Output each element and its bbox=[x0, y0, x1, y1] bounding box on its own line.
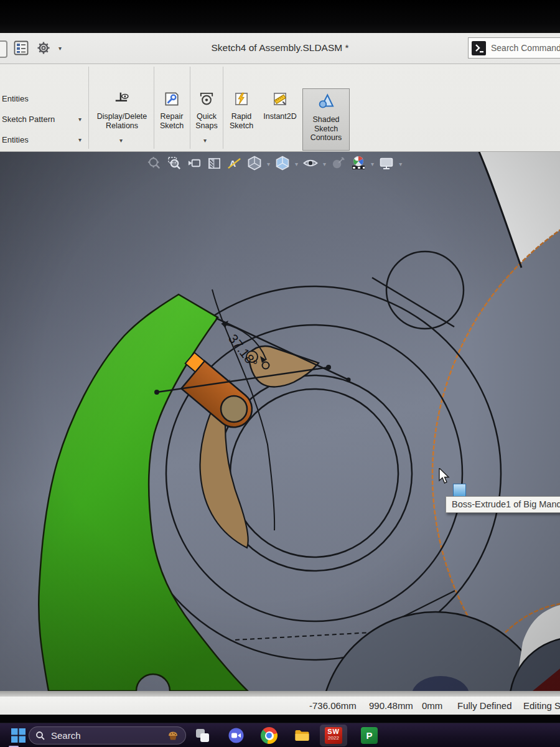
view-orientation-icon[interactable] bbox=[246, 155, 263, 174]
zoom-to-area-icon[interactable] bbox=[167, 156, 182, 174]
ribbon-item-entities-2[interactable]: Entities bbox=[2, 135, 29, 144]
display-delete-relations-button[interactable]: Display/Delete Relations bbox=[92, 90, 152, 130]
graphics-viewport[interactable]: 37.18° bbox=[0, 152, 560, 691]
mouse-cursor bbox=[439, 468, 452, 487]
command-ribbon: Entities Sketch Pattern ▾ Entities ▾ Dis… bbox=[0, 64, 560, 152]
taskbar-project-icon[interactable]: P bbox=[361, 727, 378, 744]
display-delete-relations-label: Display/Delete Relations bbox=[97, 112, 147, 130]
search-icon bbox=[35, 731, 45, 741]
solidworks-2022-icon: SW2022 bbox=[325, 727, 342, 744]
windows-taskbar: Search SW2022 P bbox=[0, 723, 560, 747]
status-sketch-state: Fully Defined bbox=[457, 697, 512, 715]
display-style-caret-icon[interactable]: ▾ bbox=[295, 161, 298, 167]
section-view-icon[interactable] bbox=[207, 156, 222, 174]
instant2d-label: Instant2D bbox=[263, 112, 297, 121]
apply-scene-caret-icon[interactable]: ▾ bbox=[371, 161, 374, 167]
sketch-visibility-icon[interactable]: A bbox=[226, 156, 242, 174]
quick-snaps-button[interactable]: Quick Snaps bbox=[192, 90, 222, 130]
taskbar-file-explorer-icon[interactable] bbox=[294, 727, 310, 744]
ribbon-divider bbox=[88, 67, 89, 149]
repair-sketch-icon bbox=[156, 90, 188, 110]
face-select-chip bbox=[453, 484, 466, 497]
arm-hole[interactable] bbox=[221, 396, 247, 422]
ribbon-item-entities-1[interactable]: Entities bbox=[2, 94, 29, 103]
status-bar: -736.06mm 990.48mm 0mm Fully Defined Edi… bbox=[0, 697, 560, 715]
monitor-bezel-top bbox=[0, 0, 560, 33]
rapid-sketch-label: Rapid Sketch bbox=[230, 112, 253, 130]
hide-show-items-icon[interactable] bbox=[302, 155, 319, 174]
quick-snaps-caret-icon[interactable]: ▾ bbox=[203, 138, 207, 144]
quick-snaps-icon bbox=[192, 90, 222, 110]
ribbon-divider bbox=[154, 67, 154, 149]
taskbar-search-label: Search bbox=[51, 730, 161, 741]
rapid-sketch-button[interactable]: Rapid Sketch bbox=[225, 90, 258, 130]
monitor-bezel-bottom bbox=[0, 715, 560, 723]
hide-show-caret-icon[interactable]: ▾ bbox=[323, 161, 326, 167]
relations-icon bbox=[92, 90, 152, 110]
sketch-pattern-caret-icon[interactable]: ▾ bbox=[78, 116, 82, 123]
instant2d-button[interactable]: Instant2D bbox=[259, 90, 301, 121]
entities-caret-icon[interactable]: ▾ bbox=[78, 137, 82, 143]
taskbar-meet-icon[interactable] bbox=[228, 727, 245, 744]
repair-sketch-label: Repair Sketch bbox=[160, 112, 184, 130]
apply-scene-icon[interactable] bbox=[350, 155, 366, 174]
shaded-contours-icon bbox=[303, 92, 349, 113]
taskbar-chrome-icon[interactable] bbox=[261, 727, 278, 744]
view-orientation-caret-icon[interactable]: ▾ bbox=[267, 161, 270, 167]
viewport-bottom-edge bbox=[0, 691, 560, 697]
view-settings-icon[interactable] bbox=[378, 155, 394, 174]
shaded-sketch-contours-button[interactable]: Shaded Sketch Contours bbox=[302, 88, 350, 151]
wing-tiny-circle[interactable] bbox=[263, 362, 269, 369]
status-y-coordinate: 990.48mm bbox=[369, 697, 413, 715]
zoom-to-fit-icon[interactable] bbox=[147, 156, 162, 174]
search-commands-box[interactable]: Search Commands bbox=[468, 37, 560, 59]
search-commands-label: Search Commands bbox=[491, 43, 560, 53]
title-bar: ▾ Sketch4 of Assembly.SLDASM * Search Co… bbox=[0, 33, 560, 64]
quick-snaps-label: Quick Snaps bbox=[195, 112, 217, 130]
hover-tooltip: Boss-Extrude1 of Big Mand bbox=[446, 496, 560, 513]
instant2d-icon bbox=[259, 90, 301, 110]
edit-appearance-icon[interactable] bbox=[330, 156, 346, 174]
windows-start-button[interactable] bbox=[11, 728, 26, 746]
rapid-sketch-icon bbox=[225, 90, 258, 110]
monitor-photo: ▾ Sketch4 of Assembly.SLDASM * Search Co… bbox=[0, 0, 560, 747]
ribbon-item-sketch-pattern[interactable]: Sketch Pattern bbox=[2, 115, 55, 124]
status-editing-mode: Editing Sk bbox=[523, 697, 560, 715]
taskbar-solidworks-active-app[interactable]: SW2022 bbox=[320, 725, 347, 746]
relations-caret-icon[interactable]: ▾ bbox=[119, 138, 123, 144]
taskbar-widgets-icon[interactable] bbox=[194, 727, 211, 744]
status-x-coordinate: -736.06mm bbox=[309, 697, 357, 715]
display-style-icon[interactable] bbox=[274, 155, 291, 174]
status-z-coordinate: 0mm bbox=[422, 697, 442, 715]
repair-sketch-button[interactable]: Repair Sketch bbox=[156, 90, 188, 130]
view-settings-caret-icon[interactable]: ▾ bbox=[399, 161, 402, 167]
heads-up-toolbar: A ▾ ▾ ▾ ▾ ▾ bbox=[147, 155, 402, 174]
search-commands-icon bbox=[472, 41, 486, 55]
ribbon-divider bbox=[190, 67, 190, 149]
previous-view-icon[interactable] bbox=[187, 156, 202, 174]
shaded-contours-label: Shaded Sketch Contours bbox=[310, 115, 342, 143]
taskbar-search-box[interactable]: Search bbox=[29, 726, 186, 745]
search-highlight-muffin-icon[interactable] bbox=[167, 730, 179, 742]
ribbon-divider bbox=[223, 67, 223, 149]
